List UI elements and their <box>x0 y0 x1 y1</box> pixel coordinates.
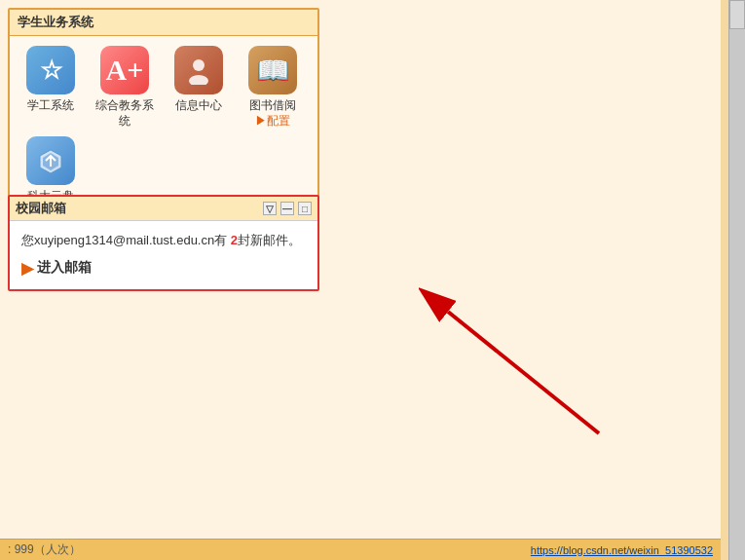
icon-grid: ☆ 学工系统 A+ 综合教务系统 <box>18 46 310 205</box>
svg-line-6 <box>448 312 599 433</box>
student-panel-body: ☆ 学工系统 A+ 综合教务系统 <box>10 36 317 214</box>
library-label: 图书借阅 ▶配置 <box>249 98 296 129</box>
enter-arrow-icon: ▶ <box>21 259 33 278</box>
enter-inbox-label: 进入邮箱 <box>37 259 92 277</box>
email-info-text: 您xuyipeng1314@mail.tust.edu.cn有 2封新邮件。 <box>21 231 306 251</box>
red-arrow-svg <box>419 282 614 448</box>
title-controls: ▽ — □ <box>263 202 312 215</box>
dropdown-btn[interactable]: ▽ <box>263 202 277 215</box>
person-svg <box>184 56 213 85</box>
library-icon: 📖 <box>248 46 297 94</box>
email-panel-title: 校园邮箱 <box>16 200 66 217</box>
cloud-svg <box>34 148 67 173</box>
infocenter-label: 信息中心 <box>175 98 222 114</box>
email-message: 您xuyipeng1314@mail.tust.edu.cn有 <box>21 233 231 247</box>
icon-item-xuegong[interactable]: ☆ 学工系统 <box>18 46 84 129</box>
minimize-btn[interactable]: — <box>280 202 294 215</box>
email-count: 2 <box>231 233 238 247</box>
scrollbar[interactable] <box>728 0 745 560</box>
student-panel-title: 学生业务系统 <box>10 10 317 36</box>
main-area: 学生业务系统 ☆ 学工系统 A+ 综合教务系统 <box>0 0 721 560</box>
scrollbar-thumb[interactable] <box>729 0 745 29</box>
maximize-btn[interactable]: □ <box>298 202 312 215</box>
icon-item-infocenter[interactable]: 信息中心 <box>166 46 232 129</box>
xuegong-label: 学工系统 <box>27 98 74 114</box>
jiaowu-label: 综合教务系统 <box>95 98 154 129</box>
jiaowu-icon: A+ <box>100 46 149 94</box>
email-panel-body: 您xuyipeng1314@mail.tust.edu.cn有 2封新邮件。 ▶… <box>10 221 317 289</box>
email-panel-title-bar: 校园邮箱 ▽ — □ <box>10 197 317 221</box>
infocenter-icon <box>174 46 223 94</box>
enter-inbox-link[interactable]: ▶ 进入邮箱 <box>21 259 306 278</box>
icon-item-library[interactable]: 📖 图书借阅 ▶配置 <box>240 46 306 129</box>
status-right-link[interactable]: https://blog.csdn.net/weixin_51390532 <box>531 544 713 556</box>
xuegong-icon: ☆ <box>26 46 75 94</box>
svg-point-1 <box>189 75 208 85</box>
status-left: : 999（人次） <box>8 541 81 558</box>
config-text[interactable]: ▶配置 <box>255 114 290 128</box>
student-panel: 学生业务系统 ☆ 学工系统 A+ 综合教务系统 <box>8 8 319 216</box>
svg-point-0 <box>193 59 205 71</box>
red-arrow-annotation <box>419 282 614 448</box>
email-suffix: 封新邮件。 <box>238 233 301 247</box>
icon-item-jiaowu[interactable]: A+ 综合教务系统 <box>92 46 158 129</box>
email-panel: 校园邮箱 ▽ — □ 您xuyipeng1314@mail.tust.edu.c… <box>8 195 319 291</box>
cloud-icon <box>26 136 75 185</box>
status-bar: : 999（人次） https://blog.csdn.net/weixin_5… <box>0 539 721 560</box>
